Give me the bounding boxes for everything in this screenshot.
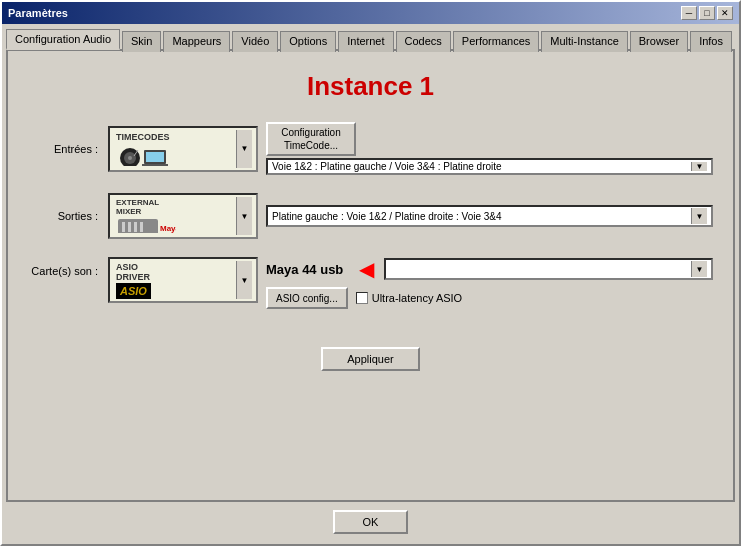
tab-multi-instance[interactable]: Multi-Instance (541, 31, 627, 52)
sorties-dropdown-arrow: ▼ (691, 208, 707, 224)
tab-options[interactable]: Options (280, 31, 336, 52)
carte-son-dropdown[interactable]: ▼ (384, 258, 713, 280)
asio-device-inner: ASIO DRIVER ASIO (114, 261, 236, 299)
svg-text:Maya: Maya (160, 224, 176, 233)
asio-driver-label2: DRIVER (116, 272, 150, 282)
tab-internet[interactable]: Internet (338, 31, 393, 52)
asio-config-button[interactable]: ASIO config... (266, 287, 348, 309)
title-bar: Paramètres ─ □ ✕ (2, 2, 739, 24)
tab-browser[interactable]: Browser (630, 31, 688, 52)
tab-video[interactable]: Vidéo (232, 31, 278, 52)
svg-rect-9 (128, 222, 131, 232)
content-area: Instance 1 Entrées : TIMECODES (6, 51, 735, 502)
entrees-dropdown[interactable]: Voie 1&2 : Platine gauche / Voie 3&4 : P… (266, 158, 713, 175)
sorties-select-section: Platine gauche : Voie 1&2 / Platine droi… (266, 205, 713, 227)
window-body: Configuration Audio Skin Mappeurs Vidéo … (2, 24, 739, 544)
red-arrow-icon: ◀ (359, 257, 374, 281)
sorties-device-box[interactable]: EXTERNAL MIXER Maya (108, 193, 258, 239)
svg-rect-10 (134, 222, 137, 232)
apply-row: Appliquer (28, 347, 713, 371)
config-btn-line2: TimeCode... (284, 140, 338, 151)
main-window: Paramètres ─ □ ✕ Configuration Audio Ski… (0, 0, 741, 546)
svg-rect-1 (146, 152, 164, 162)
asio-driver-label1: ASIO (116, 262, 138, 272)
carte-son-config-section: Maya 44 usb ◀ ▼ ASIO config... (266, 257, 713, 309)
config-btn-line1: Configuration (281, 127, 340, 138)
sorties-row: Sorties : EXTERNAL MIXER (28, 193, 713, 239)
svg-rect-2 (142, 164, 168, 166)
timecode-icon (116, 142, 171, 166)
svg-rect-8 (122, 222, 125, 232)
maximize-button[interactable]: □ (699, 6, 715, 20)
svg-rect-11 (140, 222, 143, 232)
entrees-dropdown-value: Voie 1&2 : Platine gauche / Voie 3&4 : P… (272, 161, 691, 172)
svg-point-5 (128, 156, 132, 160)
tab-infos[interactable]: Infos (690, 31, 732, 52)
entrees-row: Entrées : TIMECODES (28, 122, 713, 175)
extmixer-icon: Maya (116, 217, 176, 233)
tab-mappeurs[interactable]: Mappeurs (163, 31, 230, 52)
window-title: Paramètres (8, 7, 68, 19)
maya-dropdown-row: Maya 44 usb ◀ ▼ (266, 257, 713, 281)
entrees-device-box[interactable]: TIMECODES (108, 126, 258, 172)
carte-son-device-dropdown[interactable]: ▼ (236, 261, 252, 299)
close-button[interactable]: ✕ (717, 6, 733, 20)
ultra-latency-row: Ultra-latency ASIO (356, 292, 462, 304)
entrees-label: Entrées : (28, 143, 98, 155)
entrees-dropdown-arrow: ▼ (691, 162, 707, 171)
sorties-device-dropdown[interactable]: ▼ (236, 197, 252, 235)
timecode-label: TIMECODES (116, 132, 170, 142)
timecode-box-inner: TIMECODES (114, 130, 236, 168)
apply-button[interactable]: Appliquer (321, 347, 419, 371)
sorties-label: Sorties : (28, 210, 98, 222)
tab-bar: Configuration Audio Skin Mappeurs Vidéo … (6, 28, 735, 51)
asio-config-btn-label: ASIO config... (276, 293, 338, 304)
tab-configuration-audio[interactable]: Configuration Audio (6, 29, 120, 50)
carte-son-label: Carte(s) son : (28, 265, 98, 277)
config-timecode-button[interactable]: Configuration TimeCode... (266, 122, 356, 156)
entrees-config-section: Configuration TimeCode... Voie 1&2 : Pla… (266, 122, 713, 175)
instance-title: Instance 1 (28, 71, 713, 102)
tab-codecs[interactable]: Codecs (396, 31, 451, 52)
carte-son-dropdown-arrow: ▼ (691, 261, 707, 277)
title-bar-buttons: ─ □ ✕ (681, 6, 733, 20)
asio-logo-box: ASIO (116, 283, 151, 299)
extmixer-box-inner: EXTERNAL MIXER Maya (114, 197, 236, 235)
ok-button[interactable]: OK (333, 510, 409, 534)
asio-config-row: ASIO config... Ultra-latency ASIO (266, 287, 713, 309)
sorties-dropdown[interactable]: Platine gauche : Voie 1&2 / Platine droi… (266, 205, 713, 227)
minimize-button[interactable]: ─ (681, 6, 697, 20)
carte-son-row: Carte(s) son : ASIO DRIVER ASIO ▼ (28, 257, 713, 309)
ok-row: OK (6, 502, 735, 540)
extmixer-label2: MIXER (116, 208, 141, 217)
entrees-device-dropdown[interactable]: ▼ (236, 130, 252, 168)
ultra-latency-label: Ultra-latency ASIO (372, 292, 462, 304)
asio-logo-text: ASIO (120, 285, 147, 297)
carte-son-device-box[interactable]: ASIO DRIVER ASIO ▼ (108, 257, 258, 303)
ultra-latency-checkbox[interactable] (356, 292, 368, 304)
tab-performances[interactable]: Performances (453, 31, 539, 52)
tab-skin[interactable]: Skin (122, 31, 161, 52)
sorties-dropdown-value: Platine gauche : Voie 1&2 / Platine droi… (272, 211, 691, 222)
maya-label: Maya 44 usb (266, 262, 343, 277)
